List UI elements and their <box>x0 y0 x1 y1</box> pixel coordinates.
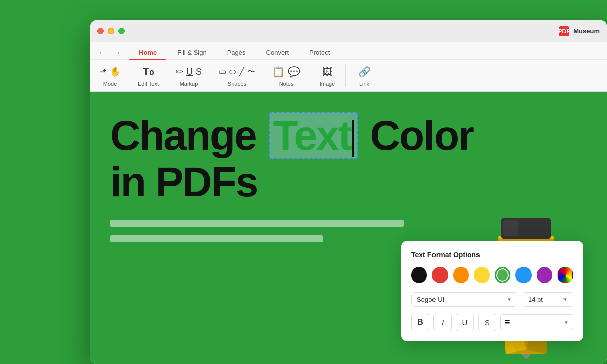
comment-icon: 💬 <box>288 67 300 77</box>
tool-group-shapes[interactable]: ▭ ⬭ ╱ 〜 Shapes <box>213 62 261 89</box>
font-size: 14 pt <box>528 296 543 303</box>
swatch-rainbow[interactable] <box>557 267 573 283</box>
font-name: Segoe UI <box>417 296 444 303</box>
back-arrow[interactable]: ← <box>96 47 108 58</box>
oval-icon: ⬭ <box>229 68 236 76</box>
rectangle-icon: ▭ <box>219 68 226 76</box>
shapes-icons: ▭ ⬭ ╱ 〜 <box>219 64 255 80</box>
align-dropdown-arrow: ▼ <box>563 320 569 325</box>
tab-home[interactable]: Home <box>129 46 166 59</box>
size-select[interactable]: 14 pt ▼ <box>523 292 573 307</box>
color-swatches <box>411 267 573 283</box>
italic-button[interactable]: I <box>433 313 452 331</box>
swatch-green[interactable] <box>495 267 510 283</box>
swatch-red[interactable] <box>432 267 448 283</box>
tab-pages[interactable]: Pages <box>218 46 255 59</box>
app-name: Museum <box>573 27 600 35</box>
heading-line-1: Change Text Color <box>110 112 473 159</box>
tool-group-mode[interactable]: ⬏ ✋ Mode <box>94 62 126 89</box>
shapes-label: Shapes <box>228 81 246 87</box>
markup-icons: ✏ U S <box>176 64 202 80</box>
font-select[interactable]: Segoe UI ▼ <box>411 292 517 307</box>
scribble-icon: 〜 <box>247 68 255 76</box>
edit-text-icons: T₀ <box>143 64 154 80</box>
hand-icon: ✋ <box>110 67 121 76</box>
divider-4 <box>264 64 264 87</box>
image-icons: 🖼 <box>322 64 332 80</box>
markup-label: Markup <box>180 81 198 87</box>
swatch-purple[interactable] <box>537 267 552 283</box>
tab-fill-sign[interactable]: Fill & Sign <box>168 46 216 59</box>
tool-group-image[interactable]: 🖼 Image <box>312 62 342 89</box>
link-icons: 🔗 <box>358 64 371 80</box>
divider-5 <box>309 64 309 87</box>
cursor-icon: ⬏ <box>99 67 107 76</box>
heading-color: Color <box>370 112 473 158</box>
text-line-1 <box>110 220 404 227</box>
font-dropdown-arrow: ▼ <box>507 297 512 302</box>
alignment-icon: ≡ <box>505 317 510 328</box>
divider-2 <box>167 64 167 87</box>
image-icon: 🖼 <box>322 67 332 77</box>
minimize-button[interactable] <box>108 28 114 34</box>
traffic-lights <box>97 28 125 34</box>
tab-convert[interactable]: Convert <box>257 46 298 59</box>
underline-icon: U <box>186 67 193 76</box>
nav-arrows: ← → <box>96 47 123 58</box>
main-content: Change Text Color in PDFs Text Format Op… <box>90 92 607 364</box>
edit-text-icon: T₀ <box>143 66 154 77</box>
toolbar-area: ← → Home Fill & Sign Pages Convert Prote… <box>90 42 607 92</box>
note-icon: 📋 <box>272 67 285 77</box>
alignment-select[interactable]: ≡ ▼ <box>500 314 573 330</box>
link-label: Link <box>359 81 369 87</box>
strikethrough-icon: S <box>196 67 202 76</box>
selected-text: Text <box>273 112 352 158</box>
font-row: Segoe UI ▼ 14 pt ▼ <box>411 292 573 307</box>
forward-arrow[interactable]: → <box>111 47 123 58</box>
strikethrough-button[interactable]: S <box>478 313 496 331</box>
tool-group-markup[interactable]: ✏ U S Markup <box>170 62 207 89</box>
heading-line-2: in PDFs <box>110 159 473 205</box>
app-window: PDF Museum ← → Home Fill & Sign Pages Co… <box>90 20 607 364</box>
svg-marker-8 <box>521 354 531 359</box>
notes-icons: 📋 💬 <box>272 64 300 80</box>
divider-3 <box>210 64 210 87</box>
format-popup-title: Text Format Options <box>411 251 573 259</box>
image-label: Image <box>320 81 335 87</box>
swatch-orange[interactable] <box>453 267 469 283</box>
titlebar-right: PDF Museum <box>559 26 600 36</box>
text-line-2 <box>110 235 323 242</box>
mode-label: Mode <box>103 81 117 87</box>
heading-change: Change <box>110 112 256 158</box>
swatch-black[interactable] <box>411 267 427 283</box>
tab-protect[interactable]: Protect <box>300 46 339 59</box>
app-icon: PDF <box>559 26 569 36</box>
pdf-text-block: Change Text Color in PDFs <box>110 112 473 242</box>
divider-6 <box>345 64 346 87</box>
tool-group-link[interactable]: 🔗 Link <box>349 62 379 89</box>
size-dropdown-arrow: ▼ <box>562 297 568 302</box>
icon-toolbar: ⬏ ✋ Mode T₀ Edit Text ✏ U S <box>90 59 607 91</box>
format-row: B I U S ≡ ▼ <box>411 313 573 331</box>
tool-group-edit-text[interactable]: T₀ Edit Text <box>133 62 164 89</box>
maximize-button[interactable] <box>118 28 125 34</box>
close-button[interactable] <box>97 28 104 34</box>
pen-icon: ✏ <box>176 67 183 76</box>
swatch-blue[interactable] <box>515 267 531 283</box>
bold-button[interactable]: B <box>411 313 429 331</box>
tool-group-notes[interactable]: 📋 💬 Notes <box>267 62 306 89</box>
svg-rect-7 <box>503 220 518 236</box>
mode-icons: ⬏ ✋ <box>99 64 121 80</box>
text-cursor <box>352 120 354 157</box>
nav-bar: ← → Home Fill & Sign Pages Convert Prote… <box>90 42 607 59</box>
notes-label: Notes <box>279 81 294 87</box>
line-icon: ╱ <box>239 68 244 76</box>
format-popup: Text Format Options Segoe UI ▼ 14 <box>401 241 583 341</box>
divider-1 <box>129 64 129 87</box>
titlebar: PDF Museum <box>90 20 607 42</box>
swatch-yellow[interactable] <box>474 267 490 283</box>
edit-text-label: Edit Text <box>138 81 159 87</box>
selected-text-box[interactable]: Text <box>269 112 358 159</box>
underline-button[interactable]: U <box>456 313 474 331</box>
link-icon: 🔗 <box>358 67 371 77</box>
